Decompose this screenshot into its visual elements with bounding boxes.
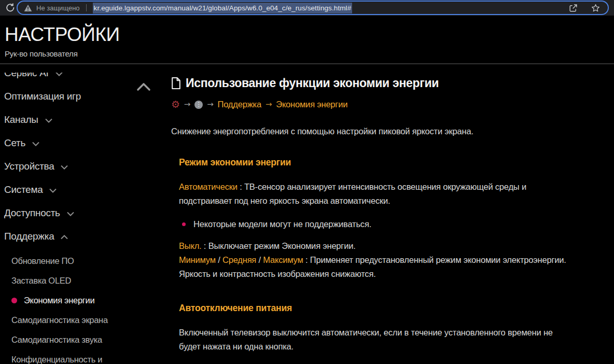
sidebar-item-system[interactable]: Система xyxy=(0,178,162,201)
breadcrumb-arrow: → xyxy=(184,97,190,111)
breadcrumb-support-link[interactable]: Поддержка xyxy=(218,97,261,111)
section-energy-saving-mode: Режим экономии энергии Автоматически : Т… xyxy=(171,156,568,364)
section-heading: Автоотключение питания xyxy=(179,301,568,315)
paragraph-auto-power-off: Включенный телевизор выключится автомати… xyxy=(179,326,568,354)
sidebar-subitem-sound-self-diagnosis[interactable]: Самодиагностика звука xyxy=(0,330,162,349)
section-heading: Режим экономии энергии xyxy=(179,156,568,170)
active-item-dot xyxy=(11,298,17,303)
breadcrumb-arrow: → xyxy=(266,97,272,111)
sidebar-subitem-screen-self-diagnosis[interactable]: Самодиагностика экрана xyxy=(0,310,162,330)
sidebar-item-channels[interactable]: Каналы xyxy=(0,108,162,131)
chevron-down-icon xyxy=(55,73,63,76)
reload-button[interactable] xyxy=(5,2,16,13)
breadcrumb-arrow: → xyxy=(207,97,213,111)
breadcrumb-energy-saving-link[interactable]: Экономия энергии xyxy=(276,97,347,111)
page-title: НАСТРОЙКИ xyxy=(5,24,614,46)
chevron-down-icon xyxy=(67,212,74,216)
sidebar-toc: Сервис AI Оптимизация игр Каналы Сеть Ус… xyxy=(0,73,162,364)
sidebar-item-devices[interactable]: Устройства xyxy=(0,155,162,178)
paragraph-auto: Автоматически : ТВ-сенсор анализирует ин… xyxy=(179,180,568,208)
paragraph-min-mid-max: Минимум / Средняя / Максимум : Применяет… xyxy=(179,253,568,281)
sidebar-item-accessibility[interactable]: Доступность xyxy=(0,201,162,225)
reload-icon xyxy=(5,3,16,13)
bullet-dot-icon xyxy=(182,222,186,226)
main-content: Использование функции экономии энергии ⚙… xyxy=(171,76,568,364)
collapse-toc-button[interactable] xyxy=(135,81,152,92)
chevron-up-icon xyxy=(61,235,68,240)
sidebar-subitem-privacy[interactable]: Конфиденциальность и xyxy=(0,349,162,364)
security-label[interactable]: Не защищено xyxy=(36,4,80,12)
sidebar-item-network[interactable]: Сеть xyxy=(0,131,162,155)
star-icon xyxy=(591,3,601,13)
term-off: Выкл. xyxy=(179,241,201,250)
sidebar-subitem-software-update[interactable]: Обновление ПО xyxy=(0,251,162,271)
sidebar-item-support[interactable]: Поддержка xyxy=(0,225,162,248)
bookmark-button[interactable] xyxy=(591,3,601,13)
share-button[interactable] xyxy=(568,3,578,13)
term-medium: Средняя xyxy=(222,255,256,264)
article-title: Использование функции экономии энергии xyxy=(186,76,439,90)
breadcrumb: ⚙ → ⋮ → Поддержка → Экономия энергии xyxy=(171,97,568,111)
chevron-up-icon xyxy=(136,81,151,92)
chevron-down-icon xyxy=(45,118,52,123)
chevron-down-icon xyxy=(32,142,39,146)
note-item: Некоторые модели могут не поддерживаться… xyxy=(179,217,568,231)
term-minimum: Минимум xyxy=(179,255,216,264)
all-settings-dots-icon[interactable]: ⋮ xyxy=(194,101,203,109)
browser-toolbar: Не защищено kr.eguide.lgappstv.com/manua… xyxy=(0,0,614,16)
term-maximum: Максимум xyxy=(263,255,303,264)
intro-paragraph: Снижение энергопотребления с помощью нас… xyxy=(171,124,568,138)
definitions-block: Выкл. : Выключает режим Экономия энергии… xyxy=(179,239,568,281)
address-separator xyxy=(86,4,87,11)
sidebar-subitem-energy-saving[interactable]: Экономия энергии xyxy=(0,290,162,310)
not-secure-warning-icon[interactable] xyxy=(24,4,32,12)
settings-gear-icon[interactable]: ⚙ xyxy=(171,100,180,109)
page-subtitle: Рук-во пользователя xyxy=(5,49,614,58)
site-header: НАСТРОЙКИ Рук-во пользователя xyxy=(0,16,614,64)
chevron-down-icon xyxy=(61,165,68,170)
share-icon xyxy=(568,3,578,13)
url-input[interactable]: kr.eguide.lgappstv.com/manual/w21/global… xyxy=(93,3,353,13)
paragraph-off: Выкл. : Выключает режим Экономия энергии… xyxy=(179,239,568,253)
sidebar-subitem-oled-screensaver[interactable]: Заставка OLED xyxy=(0,271,162,290)
document-icon xyxy=(171,77,181,89)
address-bar[interactable]: Не защищено kr.eguide.lgappstv.com/manua… xyxy=(17,1,609,15)
chevron-down-icon xyxy=(49,188,57,193)
term-auto: Автоматически xyxy=(179,182,238,191)
